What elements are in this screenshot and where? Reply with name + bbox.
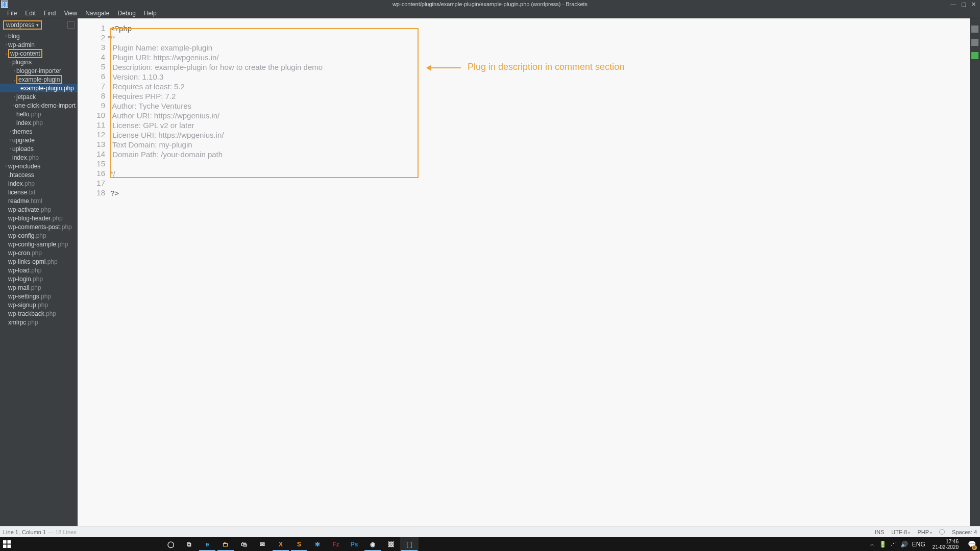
maximize-button[interactable]: ▢ xyxy=(961,1,966,8)
line-number: 4 xyxy=(78,53,110,62)
tray-chevron-up-icon[interactable]: ︿ xyxy=(870,541,875,548)
tree-item-index[interactable]: index.php xyxy=(0,118,78,127)
menu-find[interactable]: Find xyxy=(40,9,60,18)
status-language[interactable]: PHP▾ xyxy=(917,529,932,535)
line-number: 5 xyxy=(78,62,110,72)
statusbar: Line 1, Column 1 — 18 Lines INS UTF-8▾ P… xyxy=(0,526,980,537)
split-view-icon[interactable] xyxy=(67,21,75,29)
tree-item-readme[interactable]: readme.html xyxy=(0,196,78,205)
code-line: Requires PHP: 7.2 xyxy=(110,91,970,101)
file-explorer-icon[interactable]: 🗀 xyxy=(216,537,235,551)
status-cursor-column[interactable]: Column 1 xyxy=(22,529,46,535)
tree-item-wp-signup[interactable]: wp-signup.php xyxy=(0,300,78,309)
code-line: Author: Tyche Ventures xyxy=(110,101,970,111)
chevron-icon: ⌄ xyxy=(4,51,8,56)
tree-item-themes[interactable]: ›themes xyxy=(0,127,78,136)
extension-manager-icon[interactable] xyxy=(971,39,978,46)
tree-item-jetpack[interactable]: ›jetpack xyxy=(0,92,78,101)
code-line: /* xyxy=(110,33,970,43)
status-cursor-line[interactable]: Line 1, xyxy=(3,529,20,535)
xampp-icon[interactable]: X xyxy=(272,537,290,551)
tree-item-upgrade[interactable]: ›upgrade xyxy=(0,136,78,144)
status-spaces[interactable]: Spaces: 4 xyxy=(952,529,977,535)
live-preview-icon[interactable] xyxy=(971,26,978,33)
menu-file[interactable]: File xyxy=(3,9,21,18)
start-button[interactable] xyxy=(0,537,13,551)
tree-item-blog[interactable]: ›blog xyxy=(0,32,78,40)
tree-item-wp-comments-post[interactable]: wp-comments-post.php xyxy=(0,222,78,231)
chevron-icon: › xyxy=(4,34,8,38)
tray-clock[interactable]: 17:46 21-02-2020 xyxy=(929,539,962,550)
tray-battery-icon[interactable]: 🔋 xyxy=(879,541,887,548)
code-line: Version: 1.10.3 xyxy=(110,72,970,82)
tree-item-license[interactable]: license.txt xyxy=(0,188,78,196)
menu-debug[interactable]: Debug xyxy=(114,9,140,18)
tray-language[interactable]: ENG xyxy=(912,541,925,548)
menu-help[interactable]: Help xyxy=(140,9,161,18)
cortana-circle-icon[interactable]: ◯ xyxy=(161,537,180,551)
tree-item-wp-load[interactable]: wp-load.php xyxy=(0,266,78,274)
taskview-icon[interactable]: ⧉ xyxy=(180,537,198,551)
tree-item-one-click-demo-import[interactable]: ›one-click-demo-import xyxy=(0,101,78,110)
brackets-icon[interactable]: [ ] xyxy=(400,537,419,551)
extension-update-icon[interactable] xyxy=(971,52,978,59)
chrome-icon[interactable]: ◉ xyxy=(363,537,382,551)
project-selector[interactable]: wordpress ▾ xyxy=(3,20,42,30)
menu-navigate[interactable]: Navigate xyxy=(81,9,113,18)
menubar: FileEditFindViewNavigateDebugHelp xyxy=(0,8,980,18)
close-button[interactable]: ✕ xyxy=(971,1,976,8)
code-area[interactable]: Plug in description in comment section <… xyxy=(110,18,970,526)
slack-icon[interactable]: ✱ xyxy=(308,537,327,551)
tree-item-wp-config-sample[interactable]: wp-config-sample.php xyxy=(0,240,78,248)
store-icon[interactable]: 🛍 xyxy=(235,537,253,551)
tree-item-uploads[interactable]: ›uploads xyxy=(0,144,78,153)
menu-view[interactable]: View xyxy=(60,9,81,18)
tree-item-wp-links-opml[interactable]: wp-links-opml.php xyxy=(0,257,78,266)
code-line: Plugin Name: example-plugin xyxy=(110,43,970,53)
status-encoding[interactable]: UTF-8▾ xyxy=(891,529,910,535)
status-insert-mode[interactable]: INS xyxy=(875,529,884,535)
tree-item-index[interactable]: index.php xyxy=(0,153,78,162)
menu-edit[interactable]: Edit xyxy=(21,9,40,18)
tree-item-wp-settings[interactable]: wp-settings.php xyxy=(0,292,78,300)
tree-item-example-plugin[interactable]: example-plugin.php xyxy=(0,84,78,92)
photoshop-icon[interactable]: Ps xyxy=(345,537,363,551)
tree-item-wp-mail[interactable]: wp-mail.php xyxy=(0,283,78,292)
filezilla-icon[interactable]: Fz xyxy=(327,537,345,551)
edge-icon[interactable]: e xyxy=(198,537,216,551)
tree-item-xmlrpc[interactable]: xmlrpc.php xyxy=(0,318,78,327)
chevron-icon: ⌄ xyxy=(12,77,16,82)
tree-item-wp-blog-header[interactable]: wp-blog-header.php xyxy=(0,214,78,222)
svg-rect-1 xyxy=(7,540,11,544)
code-editor[interactable]: 12▼3456789101112131415161718 Plug in des… xyxy=(78,18,970,526)
tree-item-plugins[interactable]: ⌄plugins xyxy=(0,58,78,66)
chevron-icon: › xyxy=(4,164,8,168)
tree-item-wp-login[interactable]: wp-login.php xyxy=(0,274,78,283)
status-total-lines: — 18 Lines xyxy=(48,529,77,535)
tree-item-index[interactable]: index.php xyxy=(0,179,78,188)
project-name: wordpress xyxy=(6,21,34,29)
status-lint-icon[interactable] xyxy=(939,529,945,535)
tray-notifications-icon[interactable]: 💬 9 xyxy=(966,537,978,551)
tree-item-example-plugin[interactable]: ⌄example-plugin xyxy=(0,75,78,84)
chevron-icon: › xyxy=(8,138,12,142)
tree-item-wp-config[interactable]: wp-config.php xyxy=(0,231,78,240)
tree-item-wp-cron[interactable]: wp-cron.php xyxy=(0,248,78,257)
chevron-icon: › xyxy=(4,42,8,47)
tray-volume-icon[interactable]: 🔊 xyxy=(900,541,908,548)
sublime-icon[interactable]: S xyxy=(290,537,308,551)
mail-icon[interactable]: ✉ xyxy=(253,537,272,551)
tree-item-blogger-importer[interactable]: ›blogger-importer xyxy=(0,66,78,75)
minimize-button[interactable]: — xyxy=(950,1,956,8)
line-number: 17 xyxy=(78,179,110,188)
photos-icon[interactable]: 🖼 xyxy=(382,537,400,551)
tree-item-wp-admin[interactable]: ›wp-admin xyxy=(0,40,78,49)
tree-item-hello[interactable]: hello.php xyxy=(0,110,78,118)
tree-item-.htaccess[interactable]: .htaccess xyxy=(0,170,78,179)
tree-item-wp-trackback[interactable]: wp-trackback.php xyxy=(0,309,78,318)
tree-item-wp-content[interactable]: ⌄wp-content xyxy=(0,49,78,58)
tray-wifi-icon[interactable]: ⋰ xyxy=(891,541,896,547)
tree-item-wp-activate[interactable]: wp-activate.php xyxy=(0,205,78,214)
line-number: 16 xyxy=(78,169,110,179)
tree-item-wp-includes[interactable]: ›wp-includes xyxy=(0,162,78,170)
